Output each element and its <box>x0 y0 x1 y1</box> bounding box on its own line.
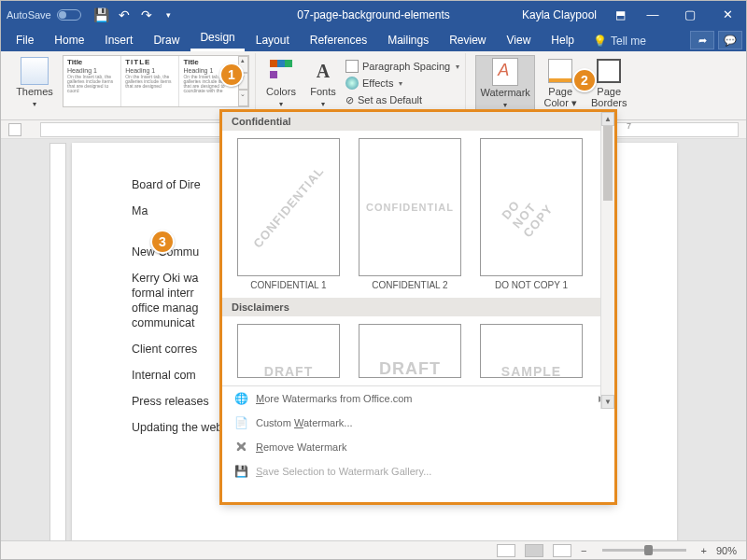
tab-design[interactable]: Design <box>190 27 244 51</box>
zoom-in-icon[interactable]: + <box>701 545 707 556</box>
print-layout-view[interactable] <box>525 544 543 557</box>
watermark-category: Disclaimers <box>222 298 614 316</box>
callout-1: 1 <box>219 63 244 87</box>
watermark-option-confidential-1[interactable]: CONFIDENTIAL CONFIDENTIAL 1 <box>233 138 344 290</box>
lightbulb-icon: 💡 <box>593 35 607 48</box>
fonts-label: Fonts <box>310 86 336 97</box>
more-watermarks-item[interactable]: 🌐 More Watermarks from Office.com ▶ <box>222 386 614 411</box>
watermark-dropdown: Confidential CONFIDENTIAL CONFIDENTIAL 1… <box>221 111 615 503</box>
tab-selector[interactable] <box>8 123 21 136</box>
watermark-option-sample[interactable]: SAMPLE <box>476 324 586 378</box>
document-title: 07-page-background-elements <box>297 8 449 21</box>
effects-button[interactable]: Effects▾ <box>345 76 459 91</box>
tab-home[interactable]: Home <box>45 30 93 51</box>
effects-label: Effects <box>362 77 393 89</box>
themes-button[interactable]: Themes▾ <box>10 55 59 109</box>
watermark-icon <box>492 58 518 86</box>
colors-icon <box>270 60 292 82</box>
colors-label: Colors <box>266 86 296 97</box>
tab-mailings[interactable]: Mailings <box>378 30 438 51</box>
watermark-label: Watermark <box>481 87 530 98</box>
page-color-icon <box>548 59 572 83</box>
themes-label: Themes <box>16 86 53 97</box>
user-name[interactable]: Kayla Claypool <box>522 8 597 21</box>
undo-icon[interactable]: ↶ <box>115 6 134 24</box>
tab-references[interactable]: References <box>301 30 376 51</box>
watermark-option-donotcopy-1[interactable]: DO NOT COPY DO NOT COPY 1 <box>476 138 586 290</box>
tab-review[interactable]: Review <box>440 30 495 51</box>
callout-2: 2 <box>572 68 597 92</box>
tab-help[interactable]: Help <box>542 30 584 51</box>
tab-view[interactable]: View <box>498 30 541 51</box>
tab-file[interactable]: File <box>7 30 43 51</box>
paragraph-spacing-icon <box>345 60 359 73</box>
ribbon-tabs: File Home Insert Draw Design Layout Refe… <box>1 28 746 51</box>
redo-icon[interactable]: ↷ <box>137 6 156 24</box>
watermark-option-confidential-2[interactable]: CONFIDENTIAL CONFIDENTIAL 2 <box>355 138 465 290</box>
page-borders-icon <box>597 59 621 83</box>
tell-me[interactable]: 💡 Tell me <box>585 31 654 51</box>
page-color-label: PageColor ▾ <box>544 86 577 108</box>
scroll-down-icon[interactable]: ▼ <box>601 395 614 409</box>
custom-watermark-item[interactable]: 📄 Custom Watermark... <box>222 411 614 435</box>
fonts-icon: A <box>317 61 330 82</box>
save-selection-item: 💾 Save Selection to Watermark Gallery... <box>222 459 614 483</box>
vertical-ruler[interactable] <box>49 143 66 540</box>
watermark-option-draft2[interactable]: DRAFT <box>355 324 465 378</box>
paragraph-spacing-button[interactable]: Paragraph Spacing▾ <box>345 59 459 74</box>
autosave-label: AutoSave <box>7 9 51 21</box>
close-button[interactable]: ✕ <box>709 1 746 28</box>
autosave-toggle[interactable]: AutoSave <box>1 9 87 21</box>
tab-layout[interactable]: Layout <box>247 30 299 51</box>
fonts-button[interactable]: A Fonts▾ <box>304 55 342 109</box>
web-layout-view[interactable] <box>553 544 571 557</box>
effects-icon <box>345 77 359 90</box>
watermark-button[interactable]: Watermark▾ <box>475 55 535 111</box>
style-tile[interactable]: TITLE Heading 1 On the Insert tab, the g… <box>121 56 179 106</box>
remove-watermark-item[interactable]: 🗙 Remove Watermark <box>222 435 614 459</box>
page-borders-label: PageBorders <box>591 86 627 108</box>
zoom-slider[interactable] <box>602 549 686 552</box>
tab-insert[interactable]: Insert <box>95 30 142 51</box>
themes-icon <box>21 57 49 85</box>
zoom-value[interactable]: 90% <box>716 545 737 556</box>
autosave-switch-icon[interactable] <box>57 9 81 21</box>
paragraph-spacing-label: Paragraph Spacing <box>362 61 450 72</box>
style-tile[interactable]: Title Heading 1 On the Insert tab, the g… <box>63 56 121 106</box>
dropdown-scrollbar[interactable]: ▲ ▼ <box>600 112 614 409</box>
tab-draw[interactable]: Draw <box>144 30 189 51</box>
zoom-out-icon[interactable]: − <box>581 545 586 556</box>
callout-3: 3 <box>150 230 175 254</box>
status-bar: − + 90% <box>1 540 746 559</box>
title-bar: AutoSave 💾 ↶ ↷ ▾ 07-page-background-elem… <box>1 1 746 28</box>
watermark-category: Confidential <box>222 112 614 131</box>
ribbon: Themes▾ Title Heading 1 On the Insert ta… <box>1 51 746 120</box>
scroll-up-icon[interactable]: ▲ <box>601 112 614 126</box>
read-mode-view[interactable] <box>497 544 515 557</box>
minimize-button[interactable]: — <box>634 1 671 28</box>
remove-icon: 🗙 <box>233 440 248 455</box>
watermark-option-draft[interactable]: DRAFT <box>233 324 344 378</box>
scroll-thumb[interactable] <box>603 126 613 201</box>
comments-button[interactable]: 💬 <box>718 31 742 49</box>
qat-customize-icon[interactable]: ▾ <box>160 6 178 24</box>
save-icon[interactable]: 💾 <box>92 6 111 24</box>
maximize-button[interactable]: ▢ <box>671 1 709 28</box>
set-as-default-button[interactable]: ⊘ Set as Default <box>345 92 459 107</box>
save-gallery-icon: 💾 <box>233 464 248 479</box>
ruler-number: 7 <box>627 122 631 131</box>
globe-icon: 🌐 <box>233 391 248 406</box>
colors-button[interactable]: Colors▾ <box>261 55 301 109</box>
tell-me-label: Tell me <box>611 35 646 48</box>
check-icon: ⊘ <box>345 94 354 106</box>
ribbon-options-icon[interactable]: ⬒ <box>606 1 634 28</box>
page-icon: 📄 <box>233 415 248 430</box>
set-default-label: Set as Default <box>358 94 422 105</box>
share-button[interactable]: ➦ <box>690 31 714 49</box>
